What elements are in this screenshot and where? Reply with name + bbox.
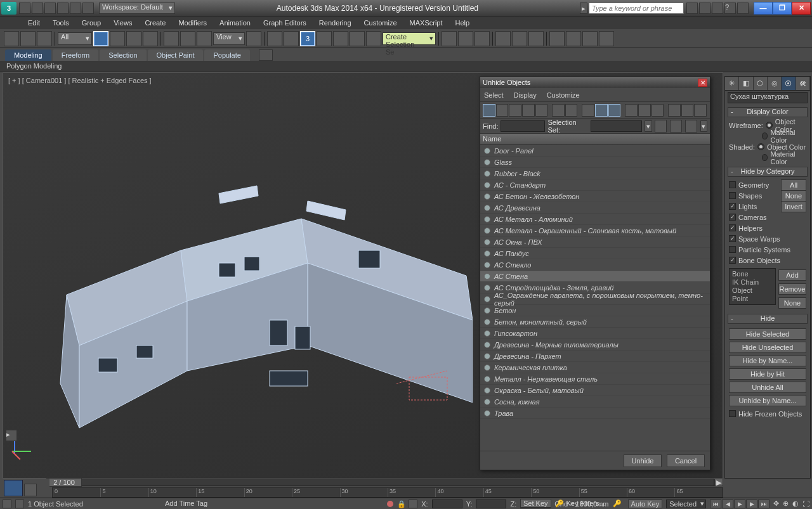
columns-icon[interactable]: [694, 104, 707, 117]
list-item[interactable]: АС Металл - Окрашенный - Слоновая кость,…: [480, 225, 710, 236]
add-button[interactable]: Add: [778, 269, 806, 281]
maximize-button[interactable]: ❐: [773, 2, 792, 15]
key-icon[interactable]: 🔑: [613, 499, 624, 508]
edit-named-sel-icon[interactable]: [366, 31, 381, 46]
list-item[interactable]: АС Древесина: [480, 202, 710, 214]
bone-listbox[interactable]: BoneIK Chain ObjectPointCAT Bone: [729, 268, 776, 305]
keyboard-icon[interactable]: [284, 31, 299, 46]
chk-hide-frozen[interactable]: [729, 410, 736, 417]
list-item[interactable]: Окраска - Белый, матовый: [480, 385, 710, 396]
remove-button[interactable]: Remove: [778, 283, 806, 295]
ribbon-expand-icon[interactable]: [259, 49, 273, 61]
render-prod-icon[interactable]: [599, 31, 614, 46]
selection-filter-dropdown[interactable]: All: [58, 32, 92, 45]
btn-hide-by-name-[interactable]: Hide by Name...: [729, 355, 806, 366]
tab-modify-icon[interactable]: ◧: [739, 77, 753, 90]
mirror-icon[interactable]: [442, 31, 457, 46]
list-column-header[interactable]: Name: [480, 134, 710, 145]
prev-frame-icon[interactable]: ◀: [722, 499, 733, 508]
dropdown-icon[interactable]: [737, 3, 749, 14]
shaded-mat-radio[interactable]: [762, 154, 768, 161]
qat-new-icon[interactable]: [19, 3, 30, 14]
wireframe-mat-radio[interactable]: [762, 132, 768, 139]
material-editor-icon[interactable]: [528, 31, 544, 46]
chk-shapes[interactable]: [729, 192, 736, 199]
help-icon[interactable]: ?: [724, 3, 736, 14]
listener-icon[interactable]: [15, 499, 24, 508]
percent-snap-icon[interactable]: [333, 31, 348, 46]
ribbon-tab-object-paint[interactable]: Object Paint: [148, 49, 204, 61]
none-button2[interactable]: None: [778, 297, 806, 309]
object-name-field[interactable]: Сухая штукатурка: [728, 92, 808, 103]
schematic-icon[interactable]: [512, 31, 527, 46]
list-item[interactable]: АС Стекло: [480, 259, 710, 271]
lock-pin-icon[interactable]: [387, 501, 393, 507]
script-icon[interactable]: [3, 499, 11, 508]
nav-fov-icon[interactable]: ◐: [792, 499, 799, 508]
list-item[interactable]: АС Металл - Алюминий: [480, 214, 710, 225]
display-bone-icon[interactable]: [608, 104, 621, 117]
abs-rel-icon[interactable]: [409, 499, 417, 508]
nav-max-icon[interactable]: ⛶: [802, 500, 809, 508]
select-name-icon[interactable]: [110, 31, 125, 46]
list-item[interactable]: АС Окна - ПВХ: [480, 236, 710, 248]
menu-customize[interactable]: Customize: [358, 17, 403, 29]
curve-editor-icon[interactable]: [495, 31, 511, 46]
minimize-button[interactable]: —: [754, 2, 773, 15]
list-item[interactable]: CAT Bone: [732, 303, 773, 305]
select-object-icon[interactable]: [93, 31, 108, 46]
subscription-icon[interactable]: [686, 3, 698, 14]
spinner-snap-icon[interactable]: [350, 31, 365, 46]
slider-handle[interactable]: 2 / 100: [46, 478, 82, 487]
btn-unhide-by-name-[interactable]: Unhide by Name...: [729, 395, 806, 406]
sel-set-btn1[interactable]: [655, 120, 667, 132]
x-field[interactable]: [432, 499, 462, 508]
btn-hide-selected[interactable]: Hide Selected: [729, 328, 806, 340]
move-icon[interactable]: [164, 31, 179, 46]
qat-link-icon[interactable]: [82, 3, 94, 14]
list-item[interactable]: Glass: [480, 157, 710, 168]
next-frame-icon[interactable]: ▶: [746, 499, 757, 508]
list-item[interactable]: АС - Стандарт: [480, 179, 710, 191]
tab-create-icon[interactable]: ✳: [725, 77, 739, 90]
dialog-titlebar[interactable]: Unhide Objects ✕: [480, 77, 710, 88]
favorites-icon[interactable]: [712, 3, 723, 14]
list-item[interactable]: Гипсокартон: [480, 328, 710, 339]
close-button[interactable]: ✕: [792, 2, 811, 15]
sel-set-arrow-icon[interactable]: ▾: [645, 120, 652, 132]
rollout-display-color[interactable]: Display Color: [728, 107, 808, 117]
qat-save-icon[interactable]: [44, 3, 56, 14]
snap-icon[interactable]: 3: [300, 31, 315, 46]
list-item[interactable]: АС_Ограждение парапета, с порошковым пок…: [480, 293, 710, 305]
scale-icon[interactable]: [197, 31, 212, 46]
unhide-button[interactable]: Unhide: [624, 454, 662, 467]
find-input[interactable]: [501, 120, 545, 132]
list-item[interactable]: АС Пандус: [480, 248, 710, 259]
list-item[interactable]: Rubber - Black: [480, 168, 710, 179]
y-field[interactable]: [476, 499, 506, 508]
menu-maxscript[interactable]: MAXScript: [403, 17, 449, 29]
track-mode-icon[interactable]: [24, 484, 37, 496]
viewport-label[interactable]: [ + ] [ Camera001 ] [ Realistic + Edged …: [8, 77, 152, 84]
list-item[interactable]: Трава: [480, 408, 710, 419]
unlink-icon[interactable]: [20, 31, 36, 46]
dialog-close-button[interactable]: ✕: [698, 79, 707, 87]
manipulate-icon[interactable]: [267, 31, 282, 46]
key-key-icon[interactable]: 🔑: [555, 499, 563, 507]
display-lights-icon[interactable]: [522, 104, 535, 117]
workspace-selector[interactable]: Workspace: Default: [99, 3, 175, 14]
layers-icon[interactable]: [475, 31, 490, 46]
slider-next-icon[interactable]: ▶: [714, 479, 723, 486]
list-icon-3[interactable]: [652, 104, 664, 117]
key-filters-button[interactable]: Key Filters...: [566, 499, 605, 507]
render-frame-icon[interactable]: [566, 31, 581, 46]
slider-track[interactable]: 2 / 100: [27, 479, 714, 486]
nav-zoom-icon[interactable]: ⊕: [783, 499, 789, 508]
list-item[interactable]: Бетон: [480, 305, 710, 316]
add-time-tag[interactable]: Add Time Tag: [165, 499, 207, 507]
chk-particle-systems[interactable]: [729, 246, 736, 253]
angle-snap-icon[interactable]: [317, 31, 332, 46]
chk-geometry[interactable]: [729, 181, 736, 188]
list-item[interactable]: Point: [732, 295, 773, 303]
menu-group[interactable]: Group: [75, 17, 108, 29]
